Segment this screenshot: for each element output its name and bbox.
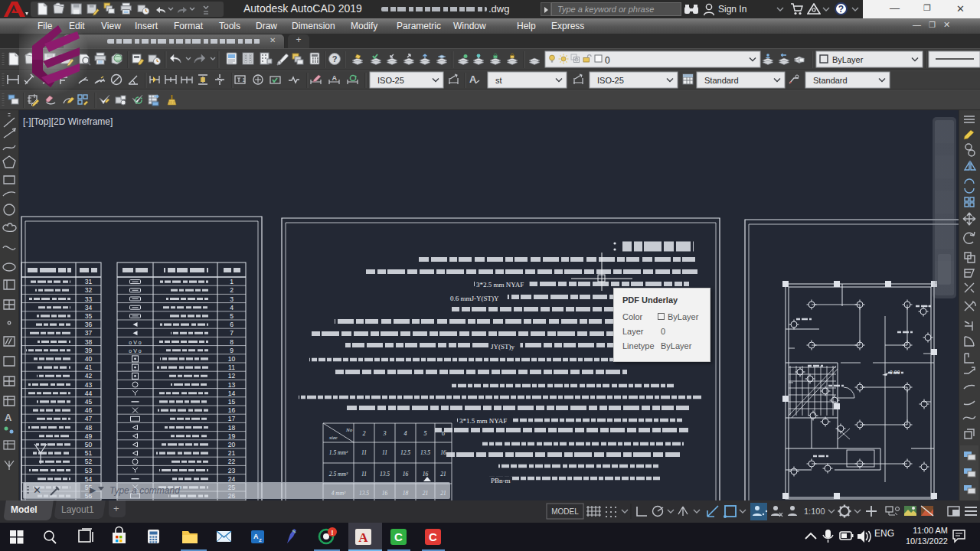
svg-text:44: 44 [85, 390, 93, 397]
svg-text:15: 15 [228, 398, 236, 406]
svg-text:46: 46 [85, 406, 93, 414]
svg-text:0.6 mmJ-Y(ST)Y: 0.6 mmJ-Y(ST)Y [450, 295, 499, 302]
svg-text:11: 11 [228, 364, 235, 371]
svg-text:2.5 mm²: 2.5 mm² [329, 471, 348, 478]
svg-text:Standard: Standard [813, 76, 848, 85]
svg-text:ISO-25: ISO-25 [377, 76, 404, 85]
svg-text:5: 5 [230, 312, 234, 320]
svg-text:13: 13 [228, 381, 236, 389]
svg-text:1:100: 1:100 [804, 507, 825, 516]
svg-text:st: st [495, 76, 502, 85]
svg-text:50: 50 [85, 441, 93, 448]
svg-text:ISO-25: ISO-25 [597, 76, 624, 85]
svg-text:Standard: Standard [704, 76, 739, 85]
svg-text:A: A [5, 412, 12, 423]
svg-text:23: 23 [228, 467, 236, 474]
svg-text:3: 3 [383, 430, 387, 437]
svg-text:size: size [329, 435, 338, 441]
svg-text:21: 21 [228, 449, 236, 457]
svg-text:z: z [259, 536, 262, 543]
svg-text:19: 19 [228, 432, 236, 440]
svg-text:41: 41 [85, 364, 93, 371]
svg-text:No: No [345, 427, 353, 433]
svg-text:A: A [358, 530, 368, 545]
svg-text:3: 3 [230, 295, 234, 303]
svg-text:PBn-m: PBn-m [491, 477, 511, 484]
svg-text:34: 34 [85, 304, 93, 311]
svg-text:11: 11 [361, 449, 367, 456]
svg-text:A: A [253, 533, 259, 540]
svg-text:A: A [332, 74, 338, 82]
svg-text:47: 47 [85, 415, 93, 422]
svg-text:7: 7 [230, 329, 234, 337]
svg-text:39: 39 [85, 347, 93, 354]
svg-text:14: 14 [228, 390, 236, 397]
svg-text:16: 16 [440, 449, 446, 456]
svg-text:6: 6 [442, 430, 445, 437]
svg-text:53: 53 [85, 467, 93, 474]
svg-text:3*2.5 mm NYAF: 3*2.5 mm NYAF [476, 281, 524, 289]
svg-text:10: 10 [228, 355, 236, 363]
svg-text:0: 0 [605, 55, 610, 66]
svg-text:2: 2 [230, 286, 234, 294]
svg-text:13.5: 13.5 [420, 449, 430, 456]
svg-text:38: 38 [85, 338, 93, 346]
svg-text:C: C [429, 530, 437, 543]
svg-text:48: 48 [85, 424, 93, 432]
svg-text:45: 45 [85, 398, 93, 406]
svg-text:51: 51 [85, 449, 93, 457]
svg-text:C: C [394, 530, 403, 543]
svg-text:1.5 mm²: 1.5 mm² [329, 449, 348, 456]
svg-text:8: 8 [230, 338, 234, 346]
svg-text:17: 17 [228, 415, 236, 422]
svg-text:16: 16 [423, 471, 429, 478]
svg-text:!: ! [332, 529, 334, 536]
svg-text:11: 11 [382, 449, 387, 456]
svg-text:21: 21 [440, 471, 446, 478]
svg-text:4: 4 [404, 430, 407, 437]
svg-text:ByLayer: ByLayer [832, 55, 864, 64]
svg-text:9: 9 [230, 347, 234, 354]
svg-text:11: 11 [361, 471, 367, 478]
svg-text:12: 12 [228, 372, 236, 380]
svg-text:37: 37 [85, 329, 93, 337]
svg-text:16: 16 [403, 471, 409, 478]
svg-text:35: 35 [85, 312, 93, 320]
svg-text:1: 1 [230, 278, 234, 285]
svg-text:52: 52 [85, 458, 93, 465]
svg-text:33: 33 [85, 295, 93, 303]
svg-text:12.5: 12.5 [400, 449, 410, 456]
svg-text:6: 6 [230, 321, 234, 328]
svg-text:40: 40 [85, 355, 93, 363]
svg-text:16: 16 [228, 406, 236, 414]
svg-text:18: 18 [228, 424, 236, 432]
svg-text:JY(ST)y: JY(ST)y [491, 343, 514, 350]
svg-text:49: 49 [85, 432, 93, 440]
svg-text:MODEL: MODEL [551, 507, 579, 516]
svg-text:13.5: 13.5 [380, 471, 390, 478]
svg-text:22: 22 [228, 458, 236, 465]
svg-text:32: 32 [85, 286, 93, 294]
svg-text:3*1.5 mm NYAF: 3*1.5 mm NYAF [459, 417, 507, 425]
svg-text:43: 43 [85, 381, 93, 389]
svg-text:2: 2 [363, 430, 366, 437]
svg-text:4: 4 [230, 304, 234, 311]
svg-text:0.00: 0.00 [890, 370, 900, 375]
svg-text:42: 42 [85, 372, 93, 380]
svg-text:o V o: o V o [129, 340, 141, 345]
svg-text:1: 1 [243, 77, 246, 83]
svg-text:5: 5 [424, 430, 427, 437]
svg-text:?: ? [332, 54, 338, 64]
svg-text:31: 31 [85, 278, 93, 285]
svg-text:o V o: o V o [129, 348, 141, 354]
svg-text:36: 36 [85, 321, 93, 328]
svg-text:20: 20 [228, 441, 236, 448]
